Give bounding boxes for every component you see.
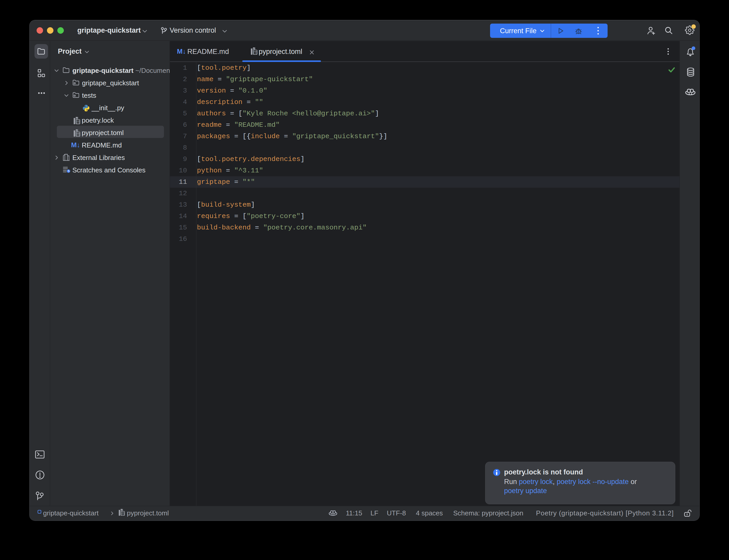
svg-text:[T]: [T] (76, 120, 80, 124)
svg-text:[T]: [T] (253, 51, 257, 55)
svg-text:[T]: [T] (121, 512, 124, 516)
svg-text:[T]: [T] (76, 132, 80, 137)
